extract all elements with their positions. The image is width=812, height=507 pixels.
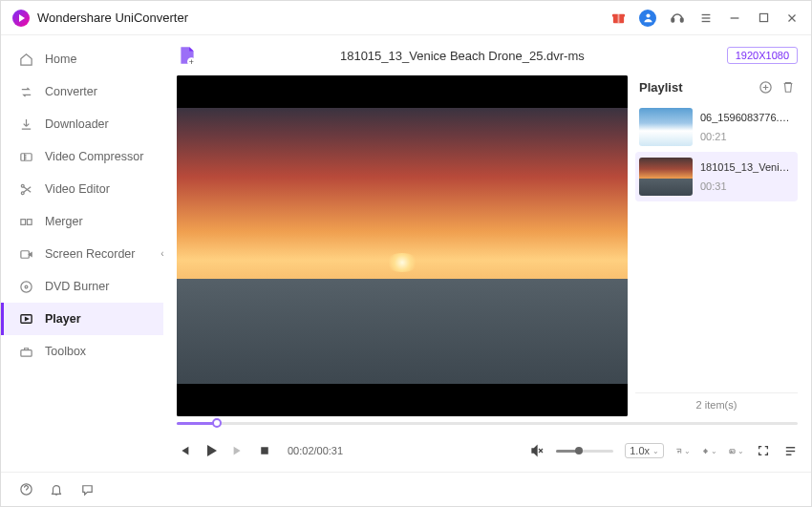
playlist-panel: Playlist 06_1596083776.d... 00:21 [635, 75, 798, 416]
main-panel: ‹ + 181015_13_Venice Beach Drone_25.dvr-… [163, 35, 811, 472]
help-icon[interactable] [18, 482, 33, 497]
playlist-item[interactable]: 06_1596083776.d... 00:21 [635, 102, 798, 152]
content-area: Home Converter Downloader Video Compress… [1, 35, 811, 472]
sidebar-item-label: DVD Burner [45, 280, 109, 293]
scissors-icon [18, 181, 33, 197]
sidebar-item-dvd[interactable]: DVD Burner [1, 270, 163, 303]
sidebar-item-recorder[interactable]: Screen Recorder [1, 238, 163, 270]
add-file-button[interactable]: + [177, 45, 198, 66]
svg-rect-16 [20, 219, 25, 224]
audio-track-button[interactable]: ⌄ [702, 443, 717, 458]
home-icon [18, 52, 33, 67]
playlist-thumbnail [639, 108, 693, 146]
progress-thumb[interactable] [212, 418, 222, 428]
playlist-item-duration: 00:21 [700, 131, 791, 142]
app-window: Wondershare UniConverter [0, 0, 812, 507]
svg-rect-18 [20, 250, 28, 258]
sidebar-item-label: Player [45, 312, 81, 326]
current-video-title: 181015_13_Venice Beach Drone_25.dvr-ms [209, 49, 716, 63]
svg-text:+: + [189, 57, 194, 66]
download-icon [18, 116, 33, 132]
svg-rect-26 [261, 447, 268, 454]
svg-rect-10 [759, 13, 767, 21]
sidebar: Home Converter Downloader Video Compress… [1, 35, 163, 472]
account-icon[interactable] [639, 10, 656, 27]
volume-slider[interactable] [556, 450, 613, 453]
notification-icon[interactable] [49, 482, 64, 497]
sidebar-item-label: Downloader [45, 117, 109, 131]
video-frame [177, 108, 628, 384]
stop-button[interactable] [257, 443, 272, 458]
player-controls: 00:02/00:31 1.0x⌄ ⌄ ⌄ ⌄ [163, 430, 811, 472]
playlist-count: 2 item(s) [635, 392, 798, 416]
minimize-button[interactable] [727, 11, 742, 26]
playlist-add-icon[interactable] [758, 79, 773, 95]
playlist-delete-icon[interactable] [780, 79, 796, 95]
sidebar-item-home[interactable]: Home [1, 43, 163, 75]
subtitle-button[interactable]: ⌄ [675, 443, 691, 458]
compress-icon [18, 149, 33, 164]
sidebar-item-player[interactable]: Player [1, 303, 163, 335]
sidebar-item-editor[interactable]: Video Editor [1, 173, 163, 205]
letterbox-top [177, 75, 628, 108]
sidebar-item-compressor[interactable]: Video Compressor [1, 140, 163, 173]
playlist-item[interactable]: 181015_13_Venic... 00:31 [635, 152, 798, 201]
next-button[interactable] [230, 443, 246, 458]
svg-point-20 [25, 285, 28, 288]
merge-icon [18, 214, 33, 229]
svg-rect-5 [681, 18, 684, 22]
sidebar-item-label: Converter [45, 85, 97, 98]
fullscreen-button[interactable] [756, 443, 771, 458]
sidebar-item-toolbox[interactable]: Toolbox [1, 335, 163, 368]
video-canvas[interactable] [177, 75, 628, 416]
play-button[interactable] [203, 443, 219, 458]
sidebar-item-label: Home [45, 53, 76, 66]
record-icon [18, 246, 33, 262]
playlist-item-name: 06_1596083776.d... [700, 112, 791, 123]
playlist-item-duration: 00:31 [700, 180, 791, 192]
player-icon [18, 311, 33, 327]
playlist-toggle-button[interactable] [782, 443, 798, 458]
sidebar-item-label: Video Compressor [45, 150, 143, 163]
toolbox-icon [18, 344, 33, 359]
playlist-thumbnail [639, 158, 693, 196]
titlebar: Wondershare UniConverter [1, 1, 811, 35]
previous-button[interactable] [177, 443, 192, 458]
converter-icon [18, 84, 33, 99]
svg-point-3 [646, 13, 650, 17]
menu-icon[interactable] [698, 11, 714, 26]
letterbox-bottom [177, 384, 628, 416]
playlist-title: Playlist [639, 80, 750, 95]
sidebar-item-converter[interactable]: Converter [1, 75, 163, 108]
sidebar-item-label: Merger [45, 215, 83, 228]
sidebar-item-label: Toolbox [45, 345, 86, 358]
disc-icon [18, 279, 33, 294]
progress-bar[interactable] [163, 416, 811, 430]
speed-button[interactable]: 1.0x⌄ [625, 443, 664, 458]
feedback-icon[interactable] [79, 482, 95, 497]
app-logo-icon [12, 10, 30, 27]
bottom-bar [1, 472, 811, 506]
svg-point-19 [20, 281, 31, 291]
maximize-button[interactable] [756, 11, 771, 26]
sidebar-item-label: Screen Recorder [45, 247, 136, 261]
sidebar-item-downloader[interactable]: Downloader [1, 108, 163, 140]
close-button[interactable] [784, 11, 800, 26]
support-headset-icon[interactable] [670, 11, 685, 26]
svg-rect-4 [672, 18, 674, 22]
time-display: 00:02/00:31 [288, 445, 343, 456]
svg-rect-2 [617, 13, 619, 23]
svg-rect-22 [20, 349, 31, 356]
progress-fill [177, 422, 217, 425]
snapshot-button[interactable]: ⌄ [729, 443, 744, 458]
app-title: Wondershare UniConverter [37, 11, 188, 25]
resolution-button[interactable]: 1920X1080 [727, 47, 798, 64]
svg-rect-17 [27, 219, 32, 224]
mute-button[interactable] [529, 443, 545, 458]
playlist-item-name: 181015_13_Venic... [700, 161, 791, 173]
collapse-sidebar-handle[interactable]: ‹ [156, 235, 169, 273]
sidebar-item-merger[interactable]: Merger [1, 205, 163, 238]
sidebar-item-label: Video Editor [45, 182, 110, 196]
gift-icon[interactable] [610, 11, 626, 26]
